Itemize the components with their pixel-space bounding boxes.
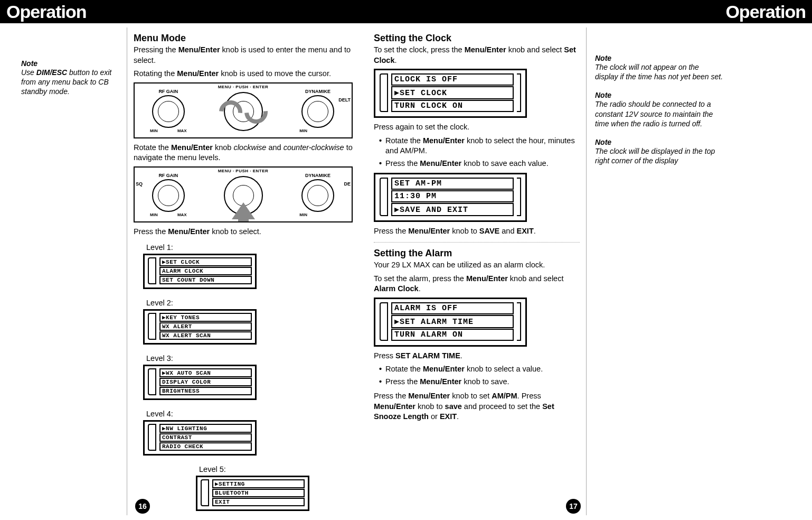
- list-item: Rotate the Menu/Enter knob to select a v…: [374, 364, 580, 375]
- page-number-left: 16: [135, 499, 150, 514]
- list-item: Press the Menu/Enter knob to save.: [374, 377, 580, 387]
- knob-dynamike: DYNAMIKE MIN: [301, 95, 334, 128]
- panel-menu-push-enter-icon: MENU · PUSH · ENTER: [218, 169, 269, 173]
- clock-p3: Press the Menu/Enter knob to SAVE and EX…: [374, 226, 580, 237]
- page-number-right-wrap: 17: [566, 499, 581, 514]
- panel-menu-push-enter-icon: MENU · PUSH · ENTER: [218, 85, 269, 89]
- menu-mode-p3: Rotate the Menu/Enter knob clockwise and…: [134, 143, 353, 163]
- note-title: Note: [595, 91, 723, 99]
- label-de: DE: [344, 181, 351, 187]
- lcd-line: ▶SET ALARM TIME: [391, 315, 514, 328]
- knob-rfgain: RF GAIN MINMAX: [152, 95, 185, 128]
- lcd-level-5: ▶SETTING BLUETOOTH EXIT: [196, 476, 309, 511]
- lcd-side-icon: [380, 302, 388, 341]
- menu-mode-p4: Press the Menu/Enter knob to select.: [134, 227, 353, 237]
- column-clock-alarm: Setting the Clock To set the clock, pres…: [359, 27, 586, 515]
- label-sq: SQ: [136, 181, 143, 187]
- label-delta: DELT: [338, 97, 351, 103]
- lcd-set-clock: CLOCK IS OFF ▶SET CLOCK TURN CLOCK ON: [374, 69, 527, 118]
- note-text: Use DIM/ESC button to exit from any menu…: [21, 68, 118, 97]
- menu-mode-p1: Pressing the Menu/Enter knob is used to …: [134, 45, 353, 66]
- lcd-line: ▶SETTING: [212, 479, 305, 488]
- list-item: Press the Menu/Enter knob to save each v…: [374, 159, 580, 169]
- heading-setting-alarm: Setting the Alarm: [374, 248, 580, 259]
- lcd-line: BRIGHTNESS: [159, 387, 252, 395]
- lcd-line: WX ALERT SCAN: [159, 331, 252, 340]
- clock-p1: To set the clock, press the Menu/Enter k…: [374, 45, 580, 66]
- level-2-block: Level 2: ▶KEY TONES WX ALERT WX ALERT SC…: [143, 295, 249, 349]
- lcd-side-icon: [201, 479, 209, 506]
- radio-panel-press: MENU · PUSH · ENTER RF GAIN MINMAX DYNAM…: [134, 166, 353, 222]
- level-label: Level 5:: [199, 465, 301, 473]
- lcd-line: SET AM-PM: [391, 178, 514, 190]
- page-header: Operation Operation: [0, 0, 812, 23]
- section-divider-icon: [374, 242, 580, 243]
- knob-dynamike: DYNAMIKE MIN: [301, 179, 334, 212]
- lcd-side-icon: [148, 368, 156, 395]
- level-label: Level 3:: [146, 354, 249, 363]
- lcd-save-clock: SET AM-PM 11:30 PM ▶SAVE AND EXIT: [374, 173, 527, 222]
- alarm-p3: Press SET ALARM TIME.: [374, 351, 580, 361]
- clock-steps-list: Rotate the Menu/Enter knob to select the…: [374, 136, 580, 169]
- level-3-block: Level 3: ▶WX AUTO SCAN DISPLAY COLOR BRI…: [143, 351, 249, 404]
- lcd-line: CLOCK IS OFF: [391, 73, 514, 86]
- note-title: Note: [595, 138, 723, 146]
- alarm-p2: To set the alarm, press the Menu/Enter k…: [374, 274, 580, 294]
- lcd-side-icon: [517, 178, 521, 216]
- lcd-level-4: ▶NW LIGHTING CONTRAST RADIO CHECK: [143, 420, 257, 456]
- lcd-side-icon: [517, 302, 521, 341]
- note-clock-display: Note The clock will not appear on the di…: [595, 54, 723, 81]
- heading-menu-mode: Menu Mode: [134, 33, 353, 44]
- list-item: Rotate the Menu/Enter knob to select the…: [374, 136, 580, 156]
- note-constant-12v: Note The radio should be connected to a …: [595, 91, 723, 128]
- sidebar-left: Note Use DIM/ESC button to exit from any…: [21, 27, 127, 515]
- lcd-set-alarm: ALARM IS OFF ▶SET ALARM TIME TURN ALARM …: [374, 298, 527, 347]
- heading-setting-clock: Setting the Clock: [374, 33, 580, 44]
- clock-p2: Press again to set the clock.: [374, 122, 580, 133]
- lcd-side-icon: [148, 313, 156, 340]
- lcd-line: ▶NW LIGHTING: [159, 424, 252, 433]
- level-label: Level 1:: [146, 243, 249, 252]
- lcd-line: SET COUNT DOWN: [159, 276, 252, 284]
- lcd-line: ALARM IS OFF: [391, 302, 514, 314]
- alarm-p1: Your 29 LX MAX can be utilized as an ala…: [374, 260, 580, 271]
- lcd-line: TURN CLOCK ON: [391, 100, 514, 112]
- level-1-block: Level 1: ▶SET CLOCK ALARM CLOCK SET COUN…: [143, 240, 249, 293]
- menu-mode-p2: Rotating the Menu/Enter knob is used to …: [134, 69, 353, 79]
- lcd-line: CONTRAST: [159, 433, 252, 442]
- level-label: Level 4:: [146, 410, 249, 418]
- note-text: The clock will not appear on the display…: [595, 62, 723, 81]
- lcd-line: ▶SET CLOCK: [391, 86, 514, 99]
- lcd-line: ALARM CLOCK: [159, 267, 252, 275]
- alarm-p4: Press the Menu/Enter knob to set AM/PM. …: [374, 391, 580, 422]
- menu-levels-grid: Level 1: ▶SET CLOCK ALARM CLOCK SET COUN…: [134, 240, 353, 515]
- lcd-line: DISPLAY COLOR: [159, 378, 252, 386]
- note-title: Note: [595, 54, 723, 62]
- note-text: The radio should be connected to a const…: [595, 99, 723, 128]
- lcd-line: ▶WX AUTO SCAN: [159, 368, 252, 377]
- lcd-line: ▶KEY TONES: [159, 313, 252, 322]
- note-clock-corner: Note The clock will be displayed in the …: [595, 138, 723, 165]
- header-right: Operation: [725, 2, 806, 22]
- note-title: Note: [21, 59, 118, 68]
- lcd-line: 11:30 PM: [391, 190, 514, 202]
- lcd-level-3: ▶WX AUTO SCAN DISPLAY COLOR BRIGHTNESS: [143, 365, 257, 400]
- lcd-line: BLUETOOTH: [212, 489, 305, 497]
- lcd-level-2: ▶KEY TONES WX ALERT WX ALERT SCAN: [143, 309, 257, 345]
- sidebar-right: Note The clock will not appear on the di…: [586, 27, 723, 515]
- lcd-level-1: ▶SET CLOCK ALARM CLOCK SET COUNT DOWN: [143, 254, 257, 289]
- rotate-arrows-icon: [222, 100, 265, 122]
- note-text: The clock will be displayed in the top r…: [595, 146, 723, 165]
- lcd-line: RADIO CHECK: [159, 442, 252, 451]
- knob-rfgain: RF GAIN MINMAX: [152, 179, 185, 212]
- lcd-side-icon: [380, 73, 388, 112]
- column-menu-mode: Menu Mode Pressing the Menu/Enter knob i…: [127, 27, 359, 515]
- lcd-line: ▶SAVE AND EXIT: [391, 203, 514, 216]
- lcd-side-icon: [148, 424, 156, 451]
- level-label: Level 2:: [146, 299, 249, 307]
- page-number-right: 17: [566, 499, 581, 514]
- lcd-side-icon: [380, 178, 388, 216]
- lcd-side-icon: [517, 73, 521, 112]
- level-4-block: Level 4: ▶NW LIGHTING CONTRAST RADIO CHE…: [143, 406, 249, 460]
- lcd-line: TURN ALARM ON: [391, 329, 514, 341]
